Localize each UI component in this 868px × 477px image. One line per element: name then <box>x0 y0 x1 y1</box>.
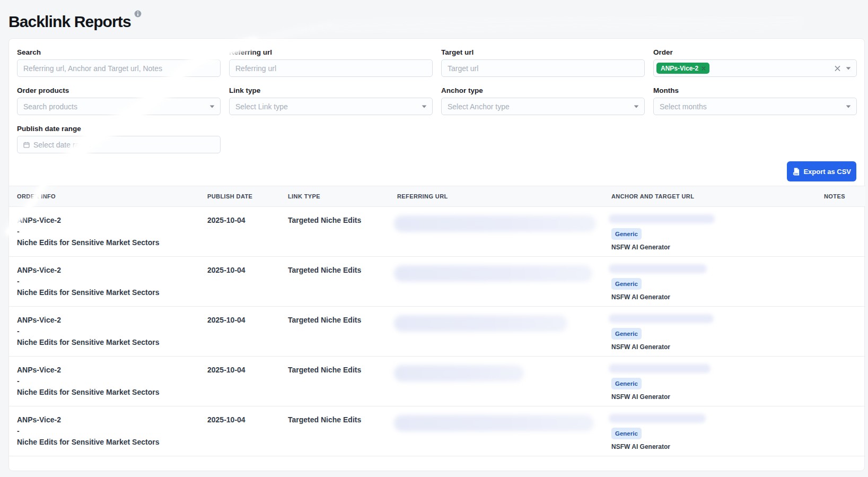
order-products-select[interactable]: Search products <box>17 98 221 115</box>
cell-order-info: ANPs-Vice-2 - Niche Edits for Sensitive … <box>9 257 199 307</box>
redacted-anchor-text <box>609 314 714 323</box>
order-selected-tag: ANPs-Vice-2 <box>656 63 709 74</box>
months-label: Months <box>653 85 857 96</box>
redacted-anchor-text <box>609 264 707 273</box>
anchor-type-badge: Generic <box>611 378 642 389</box>
cell-order-info: ANPs-Vice-2 - Niche Edits for Sensitive … <box>9 406 199 456</box>
info-icon[interactable] <box>134 10 142 18</box>
filter-referring-url: Referring url <box>229 47 433 77</box>
redacted-anchor-text <box>609 214 715 223</box>
redacted-anchor-text <box>609 364 711 373</box>
cell-publish-date: 2025-10-04 <box>199 357 280 406</box>
cell-order-info: ANPs-Vice-2 - Niche Edits for Sensitive … <box>9 207 199 257</box>
cell-link-type: Targeted Niche Edits <box>280 406 389 456</box>
chevron-down-icon <box>422 105 427 108</box>
target-url-input[interactable] <box>441 59 645 77</box>
target-url-link[interactable]: NSFW AI Generator <box>611 244 816 251</box>
cell-link-type: Targeted Niche Edits <box>280 207 389 257</box>
cell-anchor-target: Generic NSFW AI Generator <box>603 307 816 357</box>
col-header-publish-date: PUBLISH DATE <box>199 186 280 207</box>
backlinks-table: ORDER INFO PUBLISH DATE LINK TYPE REFERR… <box>9 186 865 456</box>
filter-target-url: Target url <box>441 47 645 77</box>
referring-url-label: Referring url <box>229 47 433 57</box>
cell-order-info: ANPs-Vice-2 - Niche Edits for Sensitive … <box>9 307 199 357</box>
col-header-order-info: ORDER INFO <box>9 186 199 207</box>
file-csv-icon: CSV <box>792 168 800 176</box>
table-row: ANPs-Vice-2 - Niche Edits for Sensitive … <box>9 357 865 406</box>
svg-text:CSV: CSV <box>794 172 799 175</box>
cell-publish-date: 2025-10-04 <box>199 257 280 307</box>
table-header-row: ORDER INFO PUBLISH DATE LINK TYPE REFERR… <box>9 186 865 207</box>
filters-grid: Search Referring url Target url Order AN… <box>17 47 857 153</box>
table-row: ANPs-Vice-2 - Niche Edits for Sensitive … <box>9 207 865 257</box>
search-label: Search <box>17 47 221 57</box>
order-select[interactable]: ANPs-Vice-2 <box>653 59 857 77</box>
redacted-referring-url <box>394 365 524 381</box>
table-row: ANPs-Vice-2 - Niche Edits for Sensitive … <box>9 257 865 307</box>
cell-publish-date: 2025-10-04 <box>199 406 280 456</box>
cell-notes <box>816 357 865 406</box>
target-url-label: Target url <box>441 47 645 57</box>
filter-months: Months Select months <box>653 85 857 115</box>
cell-referring-url <box>389 207 603 257</box>
col-header-link-type: LINK TYPE <box>280 186 389 207</box>
chevron-down-icon <box>634 105 639 108</box>
chevron-down-icon <box>209 105 215 108</box>
publish-date-range-label: Publish date range <box>17 124 221 134</box>
target-url-link[interactable]: NSFW AI Generator <box>611 344 816 351</box>
order-label: Order <box>653 47 857 57</box>
target-url-link[interactable]: NSFW AI Generator <box>611 294 816 301</box>
page-title: Backlink Reports <box>8 13 131 31</box>
cell-referring-url <box>389 357 603 406</box>
redacted-referring-url <box>394 215 596 232</box>
cell-link-type: Targeted Niche Edits <box>280 257 389 307</box>
link-type-select[interactable]: Select Link type <box>229 98 433 115</box>
target-url-link[interactable]: NSFW AI Generator <box>611 444 816 450</box>
anchor-type-badge: Generic <box>611 278 642 290</box>
export-csv-button[interactable]: CSV Export as CSV <box>787 161 856 181</box>
anchor-type-badge: Generic <box>611 328 642 340</box>
order-products-label: Order products <box>17 85 221 96</box>
anchor-type-badge: Generic <box>611 228 642 240</box>
cell-notes <box>816 207 865 257</box>
cell-link-type: Targeted Niche Edits <box>280 357 389 406</box>
cell-anchor-target: Generic NSFW AI Generator <box>603 257 816 307</box>
search-input[interactable] <box>17 59 221 77</box>
chevron-down-icon <box>846 67 851 70</box>
backlinks-table-wrap: ORDER INFO PUBLISH DATE LINK TYPE REFERR… <box>9 186 864 456</box>
cell-anchor-target: Generic NSFW AI Generator <box>603 357 816 406</box>
cell-referring-url <box>389 406 603 456</box>
cell-anchor-target: Generic NSFW AI Generator <box>603 207 816 257</box>
redacted-referring-url <box>394 315 567 332</box>
filter-search: Search <box>17 47 221 77</box>
table-row: ANPs-Vice-2 - Niche Edits for Sensitive … <box>9 406 865 456</box>
cell-notes <box>816 257 865 307</box>
cell-link-type: Targeted Niche Edits <box>280 307 389 357</box>
clear-select-icon[interactable] <box>834 65 841 72</box>
redacted-referring-url <box>394 265 592 282</box>
anchor-type-badge: Generic <box>611 428 642 439</box>
date-range-input[interactable]: Select date range <box>17 136 221 153</box>
cell-notes <box>816 307 865 357</box>
filter-anchor-type: Anchor type Select Anchor type <box>441 85 645 115</box>
cell-anchor-target: Generic NSFW AI Generator <box>603 406 816 456</box>
cell-publish-date: 2025-10-04 <box>199 207 280 257</box>
filters-and-table-card: Search Referring url Target url Order AN… <box>8 38 865 471</box>
cell-referring-url <box>389 257 603 307</box>
target-url-link[interactable]: NSFW AI Generator <box>611 394 816 401</box>
tag-remove-icon[interactable] <box>702 66 706 71</box>
anchor-type-select[interactable]: Select Anchor type <box>441 98 645 115</box>
page-header: Backlink Reports <box>8 13 142 31</box>
table-row: ANPs-Vice-2 - Niche Edits for Sensitive … <box>9 307 865 357</box>
redacted-anchor-text <box>609 414 706 423</box>
calendar-icon <box>23 142 30 148</box>
cell-order-info: ANPs-Vice-2 - Niche Edits for Sensitive … <box>9 357 199 406</box>
anchor-type-label: Anchor type <box>441 85 645 96</box>
months-select[interactable]: Select months <box>653 98 857 115</box>
chevron-down-icon <box>846 105 851 108</box>
cell-notes <box>816 406 865 456</box>
col-header-referring-url: REFERRING URL <box>389 186 603 207</box>
filter-link-type: Link type Select Link type <box>229 85 433 115</box>
referring-url-input[interactable] <box>229 59 433 77</box>
col-header-anchor-target-url: ANCHOR AND TARGET URL <box>603 186 816 207</box>
